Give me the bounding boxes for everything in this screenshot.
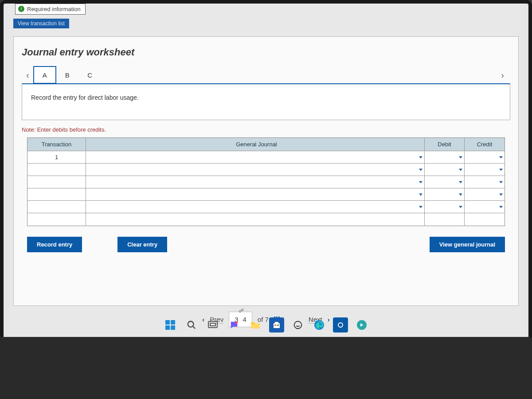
tab-c-label: C: [87, 71, 92, 79]
svg-point-8: [235, 321, 238, 324]
col-header-credit: Credit: [465, 138, 505, 151]
cell-account-6[interactable]: [86, 213, 425, 226]
store-icon[interactable]: [269, 317, 284, 332]
app-icon-1[interactable]: [290, 317, 305, 332]
svg-rect-7: [210, 323, 215, 326]
tab-next-arrow[interactable]: ›: [497, 67, 509, 83]
cell-credit-4[interactable]: [465, 188, 505, 201]
view-list-label: View transaction list: [18, 20, 65, 27]
col-header-debit: Debit: [425, 138, 465, 151]
link-icon: ☍: [239, 308, 244, 314]
tab-b-label: B: [65, 71, 70, 79]
svg-rect-9: [251, 324, 260, 329]
tab-a[interactable]: A: [33, 66, 56, 84]
cell-debit-6[interactable]: [425, 213, 465, 226]
svg-line-5: [193, 326, 196, 329]
required-info-label: Required information: [27, 6, 81, 12]
cell-transaction-6: [27, 213, 86, 226]
svg-point-16: [338, 323, 343, 327]
cell-account-4[interactable]: [86, 188, 425, 201]
record-entry-label: Record entry: [37, 241, 72, 248]
cell-transaction-2: [27, 164, 86, 176]
search-icon[interactable]: [184, 317, 199, 332]
tab-prev-arrow[interactable]: ‹: [22, 67, 34, 83]
cell-debit-3[interactable]: [425, 176, 465, 188]
cell-account-1[interactable]: [86, 151, 425, 164]
cell-account-2[interactable]: [86, 164, 425, 176]
journal-entry-grid: Transaction General Journal Debit Credit…: [27, 137, 505, 226]
svg-point-14: [294, 321, 302, 329]
entry-instruction: Record the entry for direct labor usage.: [22, 83, 510, 120]
view-transaction-list-button[interactable]: View transaction list: [13, 19, 69, 28]
edge-icon[interactable]: [312, 317, 327, 332]
cell-debit-5[interactable]: [425, 201, 465, 213]
cell-debit-2[interactable]: [425, 164, 465, 176]
cell-transaction-5: [27, 201, 86, 213]
cell-transaction-4: [27, 188, 86, 201]
start-icon[interactable]: [163, 317, 178, 332]
svg-rect-12: [274, 325, 276, 326]
view-general-journal-button[interactable]: View general journal: [430, 237, 505, 252]
tab-c[interactable]: C: [78, 66, 102, 84]
svg-point-4: [188, 321, 194, 327]
cell-credit-3[interactable]: [465, 176, 505, 188]
cell-transaction-1: 1: [27, 151, 86, 164]
svg-rect-3: [171, 325, 175, 330]
chat-icon[interactable]: [227, 317, 242, 332]
svg-rect-0: [165, 320, 170, 325]
view-gj-label: View general journal: [439, 241, 495, 248]
app-icon-2[interactable]: [333, 317, 348, 332]
svg-rect-1: [171, 320, 175, 325]
cell-account-3[interactable]: [86, 176, 425, 188]
cell-credit-2[interactable]: [465, 164, 505, 176]
tab-a-label: A: [43, 71, 47, 79]
svg-rect-13: [277, 325, 279, 326]
cell-debit-4[interactable]: [425, 188, 465, 201]
instruction-text: Record the entry for direct labor usage.: [31, 94, 139, 101]
tab-b[interactable]: B: [56, 66, 79, 84]
cell-debit-1[interactable]: [425, 151, 465, 164]
app-icon-3[interactable]: [354, 317, 369, 332]
svg-rect-2: [165, 325, 170, 330]
note-text: Note: Enter debits before credits.: [14, 120, 518, 137]
cell-credit-5[interactable]: [465, 201, 505, 213]
clear-entry-label: Clear entry: [127, 241, 157, 248]
col-header-general-journal: General Journal: [86, 138, 425, 151]
entry-tab-row: ‹ A B C ›: [14, 66, 518, 84]
worksheet-title: Journal entry worksheet: [14, 37, 518, 66]
required-information-badge: Required information: [15, 4, 86, 15]
cell-credit-6[interactable]: [465, 213, 505, 226]
journal-worksheet-panel: Journal entry worksheet ‹ A B C › Record…: [13, 36, 519, 306]
record-entry-button[interactable]: Record entry: [27, 237, 82, 252]
col-header-transaction: Transaction: [27, 138, 86, 151]
windows-taskbar: [7, 314, 525, 336]
file-explorer-icon[interactable]: [248, 317, 263, 332]
cell-credit-1[interactable]: [465, 151, 505, 164]
clear-entry-button[interactable]: Clear entry: [117, 237, 167, 252]
cell-transaction-3: [27, 176, 86, 188]
cell-account-5[interactable]: [86, 201, 425, 213]
svg-rect-11: [275, 322, 278, 324]
task-view-icon[interactable]: [205, 317, 220, 332]
